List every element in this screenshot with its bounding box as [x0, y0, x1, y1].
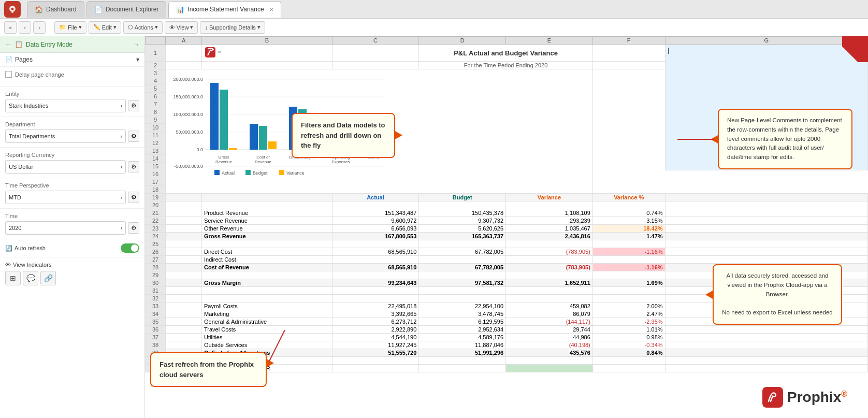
- svg-text:200,000,000.0: 200,000,000.0: [173, 77, 204, 82]
- time-perspective-select[interactable]: MTD ›: [5, 191, 126, 204]
- view-indicators-text: View Indicators: [13, 262, 51, 268]
- row-num-1: 1: [146, 45, 166, 62]
- col-d-header: D: [419, 37, 506, 45]
- svg-text:50,000,000.0: 50,000,000.0: [176, 129, 204, 135]
- entity-select[interactable]: Stark Industries ›: [5, 99, 126, 112]
- department-gear-button[interactable]: ⚙: [128, 131, 139, 142]
- edit-menu-button[interactable]: ✏️ Edit ▾: [89, 21, 121, 34]
- pages-section: 📄 Pages ▾: [0, 53, 144, 67]
- sidebar-expand-icon[interactable]: →: [134, 41, 139, 48]
- tab-document-explorer[interactable]: 📄 Document Explorer: [86, 1, 167, 18]
- nav-back-button[interactable]: ‹: [19, 21, 31, 34]
- file-label: File: [68, 24, 77, 31]
- nav-forward-button[interactable]: ›: [33, 21, 46, 34]
- income-icon: 📊: [176, 6, 184, 13]
- table-row: 37 Utilities 4,544,190 4,589,176 44,986 …: [146, 334, 868, 341]
- svg-rect-40: [245, 170, 251, 175]
- delay-label: Delay page change: [15, 71, 64, 78]
- reporting-currency-value: US Dollar: [9, 164, 33, 170]
- time-chevron-icon: ›: [121, 225, 122, 231]
- view-table-button[interactable]: ⊞: [5, 271, 21, 285]
- rc-chevron-icon: ›: [121, 164, 122, 170]
- row-num-3: 3: [146, 69, 166, 77]
- delay-row: Delay page change: [5, 71, 139, 78]
- tab-income-label: Income Statement Variance: [187, 6, 264, 13]
- view-comment-button[interactable]: 💬: [23, 271, 38, 285]
- svg-text:Budget: Budget: [253, 170, 268, 176]
- supporting-details-button[interactable]: ↓ Supporting Details ▾: [200, 21, 265, 34]
- time-gear-button[interactable]: ⚙: [128, 222, 139, 234]
- tab-dashboard[interactable]: 🏠 Dashboard: [27, 1, 84, 18]
- svg-rect-18: [250, 124, 258, 150]
- pages-label[interactable]: 📄 Pages ▾: [5, 56, 139, 63]
- col-header-row: A B C D E F G: [146, 37, 868, 45]
- doc-explorer-icon: 📄: [94, 6, 103, 13]
- entity-label: Entity: [5, 91, 139, 97]
- svg-text:150,000,000.0: 150,000,000.0: [173, 94, 204, 99]
- svg-text:Revenue: Revenue: [255, 160, 272, 164]
- delay-page-group: Delay page change: [0, 67, 144, 87]
- fast-refresh-text: Fast refrech from the Prophix cloud serv…: [160, 359, 257, 380]
- actions-menu-button[interactable]: ⬡ Actions ▾: [123, 21, 163, 34]
- table-row: 21 Product Revenue 151,343,487 150,435,3…: [146, 209, 868, 217]
- toolbar: « ‹ › 📁 File ▾ ✏️ Edit ▾ ⬡ Actions ▾ 👁 V…: [0, 19, 868, 36]
- reporting-currency-gear-button[interactable]: ⚙: [128, 161, 139, 172]
- department-select[interactable]: Total Departments ›: [5, 129, 126, 143]
- view-chevron-icon: ▾: [190, 24, 193, 31]
- svg-rect-15: [210, 83, 219, 150]
- toolbar-sep-1: [50, 22, 50, 33]
- tab-doc-explorer-label: Document Explorer: [106, 6, 159, 13]
- table-row: 27 Indirect Cost: [146, 256, 868, 264]
- svg-rect-19: [259, 126, 267, 150]
- back-arrow-icon[interactable]: ←: [5, 41, 11, 48]
- row-num-2: 2: [146, 62, 166, 69]
- cell-2f: [592, 62, 665, 69]
- file-menu-button[interactable]: 📁 File ▾: [54, 21, 86, 34]
- refresh-icon: 🔄: [5, 245, 12, 252]
- reporting-currency-filter-group: Reporting Currency US Dollar › ⚙: [0, 148, 144, 178]
- fast-refresh-callout: Fast refrech from the Prophix cloud serv…: [150, 352, 267, 387]
- tab-income-statement[interactable]: 📊 Income Statement Variance ✕: [168, 1, 281, 18]
- tab-bar: 🏠 Dashboard 📄 Document Explorer 📊 Income…: [0, 0, 868, 19]
- nav-back-back-button[interactable]: «: [4, 21, 17, 34]
- delay-checkbox[interactable]: [5, 71, 12, 78]
- view-link-button[interactable]: 🔗: [40, 271, 56, 285]
- reporting-currency-filter-row: US Dollar › ⚙: [5, 160, 139, 174]
- actions-label: Actions: [135, 24, 153, 31]
- toggle-knob: [131, 244, 138, 252]
- tab-close-icon[interactable]: ✕: [269, 7, 273, 12]
- entity-gear-button[interactable]: ⚙: [128, 100, 139, 111]
- svg-text:100,000,000.0: 100,000,000.0: [173, 112, 204, 117]
- reporting-currency-select[interactable]: US Dollar ›: [5, 160, 126, 174]
- table-row-header: 19 Actual Budget Variance Variance %: [146, 194, 868, 201]
- entity-value: Stark Industries: [9, 103, 48, 109]
- svg-text:∞: ∞: [218, 49, 221, 54]
- view-indicator-buttons: ⊞ 💬 🔗: [5, 271, 139, 285]
- data-entry-mode-label: Data Entry Mode: [26, 41, 73, 48]
- auto-refresh-section: 🔄 Auto refresh: [0, 239, 144, 257]
- dashboard-icon: 🏠: [35, 6, 43, 13]
- cell-1f: [592, 45, 665, 62]
- department-filter-row: Total Departments › ⚙: [5, 129, 139, 143]
- col-f-header: F: [592, 37, 665, 45]
- edit-chevron-icon: ▾: [113, 24, 117, 31]
- time-select[interactable]: 2020 ›: [5, 221, 126, 235]
- time-filter-row: 2020 › ⚙: [5, 221, 139, 235]
- supporting-label: Supporting Details: [209, 24, 256, 31]
- col-a-header: A: [166, 37, 202, 45]
- time-perspective-filter-group: Time Perspective MTD › ⚙: [0, 178, 144, 209]
- svg-rect-17: [229, 148, 237, 150]
- prophix-text: Prophix: [787, 389, 841, 405]
- table-row: 1 ∞ P&L Actual and Budget Variance: [146, 45, 868, 62]
- auto-refresh-toggle[interactable]: [121, 243, 139, 253]
- svg-point-0: [11, 7, 14, 10]
- actions-chevron-icon: ▾: [155, 24, 158, 31]
- view-menu-button[interactable]: 👁 View ▾: [165, 21, 198, 34]
- reporting-currency-label: Reporting Currency: [5, 152, 139, 158]
- time-perspective-gear-button[interactable]: ⚙: [128, 192, 139, 203]
- cursor-indicator: I: [668, 47, 865, 56]
- cell-2c: [332, 62, 419, 69]
- app-logo: [4, 1, 21, 18]
- data-entry-icon: 📋: [15, 40, 23, 48]
- svg-text:Gross: Gross: [218, 155, 229, 160]
